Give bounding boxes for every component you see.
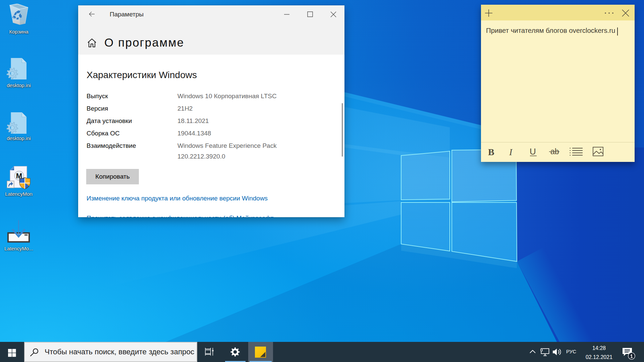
svg-text:B: B <box>488 147 494 157</box>
svg-text:I: I <box>509 147 513 157</box>
svg-text:U: U <box>530 146 536 157</box>
